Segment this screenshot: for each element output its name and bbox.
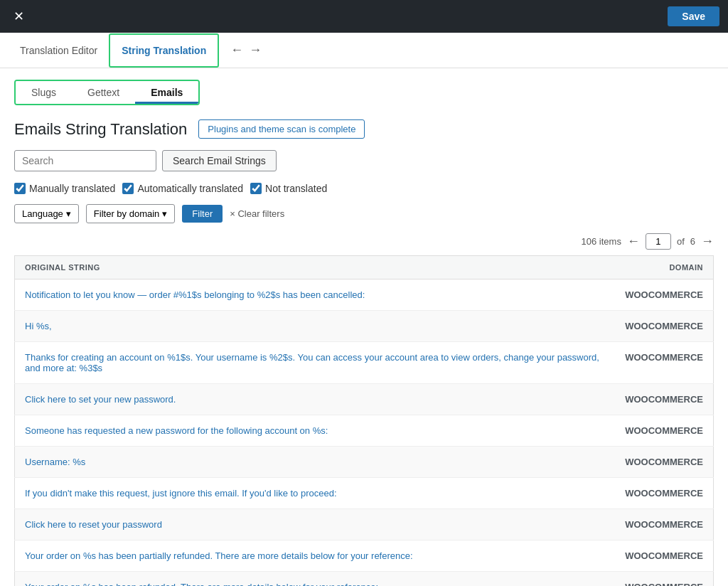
domain-cell: WOOCOMMERCE — [615, 447, 713, 478]
not-translated-label: Not translated — [265, 183, 327, 194]
language-dropdown-label: Language — [22, 208, 63, 219]
table-row[interactable]: If you didn't make this request, just ig… — [15, 478, 714, 509]
column-header-original-string: ORIGINAL STRING — [15, 256, 616, 279]
string-link[interactable]: Click here to reset your password — [25, 519, 162, 530]
total-items: 106 items — [582, 236, 621, 247]
chevron-down-icon-2: ▾ — [162, 208, 167, 219]
nav-item-translation-editor[interactable]: Translation Editor — [9, 35, 109, 66]
tab-gettext[interactable]: Gettext — [72, 81, 135, 104]
string-link[interactable]: Click here to set your new password. — [25, 394, 176, 405]
domain-cell: WOOCOMMERCE — [615, 342, 713, 384]
filter-row-dropdowns: Language ▾ Filter by domain ▾ Filter × C… — [14, 204, 714, 223]
table-row[interactable]: Click here to set your new password. WOO… — [15, 384, 714, 415]
column-header-domain: DOMAIN — [615, 256, 713, 279]
domain-dropdown-label: Filter by domain — [94, 208, 159, 219]
string-link[interactable]: Your order on %s has been partially refu… — [25, 550, 413, 561]
tab-emails[interactable]: Emails — [135, 81, 198, 104]
top-bar: ✕ Save — [0, 0, 728, 33]
nav-back-button[interactable]: ← — [230, 43, 243, 58]
chevron-down-icon: ▾ — [66, 208, 71, 219]
string-link[interactable]: Someone has requested a new password for… — [25, 425, 328, 436]
tab-slugs[interactable]: Slugs — [16, 81, 72, 104]
strings-table: ORIGINAL STRING DOMAIN Notification to l… — [14, 255, 714, 586]
table-header-row: ORIGINAL STRING DOMAIN — [15, 256, 714, 279]
tab-bar: Slugs Gettext Emails — [14, 80, 200, 105]
domain-cell: WOOCOMMERCE — [615, 415, 713, 447]
domain-dropdown[interactable]: Filter by domain ▾ — [86, 204, 175, 223]
close-button[interactable]: ✕ — [9, 6, 28, 26]
domain-cell: WOOCOMMERCE — [615, 572, 713, 587]
language-dropdown[interactable]: Language ▾ — [14, 204, 79, 223]
clear-filters-button[interactable]: × Clear filters — [230, 208, 284, 219]
save-button[interactable]: Save — [668, 6, 719, 26]
automatically-translated-label: Automatically translated — [137, 183, 243, 194]
total-pages: 6 — [690, 236, 695, 247]
manually-translated-label: Manually translated — [29, 183, 115, 194]
not-translated-checkbox-label[interactable]: Not translated — [250, 183, 327, 194]
automatically-translated-checkbox[interactable] — [122, 183, 134, 194]
manually-translated-checkbox[interactable] — [14, 183, 26, 194]
search-email-strings-button[interactable]: Search Email Strings — [162, 150, 277, 171]
not-translated-checkbox[interactable] — [250, 183, 262, 194]
table-row[interactable]: Someone has requested a new password for… — [15, 415, 714, 447]
domain-cell: WOOCOMMERCE — [615, 311, 713, 342]
page-number-input[interactable] — [646, 233, 671, 250]
string-link[interactable]: Your order on %s has been refunded. Ther… — [25, 582, 378, 586]
search-input[interactable] — [14, 150, 156, 171]
filter-row-checkboxes: Manually translated Automatically transl… — [14, 183, 714, 194]
domain-cell: WOOCOMMERCE — [615, 279, 713, 311]
domain-cell: WOOCOMMERCE — [615, 384, 713, 415]
scan-badge-button[interactable]: Plugins and theme scan is complete — [198, 119, 365, 139]
domain-cell: WOOCOMMERCE — [615, 540, 713, 572]
table-row[interactable]: Your order on %s has been refunded. Ther… — [15, 572, 714, 587]
pagination-next-button[interactable]: → — [701, 234, 714, 249]
table-row[interactable]: Hi %s, WOOCOMMERCE — [15, 311, 714, 342]
string-link[interactable]: Hi %s, — [25, 321, 52, 331]
nav-item-string-translation[interactable]: String Translation — [109, 33, 219, 68]
string-link[interactable]: Notification to let you know — order #%1… — [25, 289, 365, 300]
filter-button[interactable]: Filter — [182, 205, 223, 223]
automatically-translated-checkbox-label[interactable]: Automatically translated — [122, 183, 243, 194]
nav-bar: Translation Editor String Translation ← … — [0, 33, 728, 68]
nav-arrows: ← → — [230, 43, 262, 58]
manually-translated-checkbox-label[interactable]: Manually translated — [14, 183, 115, 194]
page-header: Emails String Translation Plugins and th… — [14, 119, 714, 139]
string-link[interactable]: If you didn't make this request, just ig… — [25, 488, 337, 499]
table-row[interactable]: Username: %s WOOCOMMERCE — [15, 447, 714, 478]
table-row[interactable]: Your order on %s has been partially refu… — [15, 540, 714, 572]
table-row[interactable]: Notification to let you know — order #%1… — [15, 279, 714, 311]
table-row[interactable]: Click here to reset your password WOOCOM… — [15, 509, 714, 540]
of-label: of — [677, 236, 685, 247]
search-row: Search Email Strings — [14, 150, 714, 171]
string-link[interactable]: Username: %s — [25, 457, 85, 467]
string-link[interactable]: Thanks for creating an account on %1$s. … — [25, 352, 599, 373]
domain-cell: WOOCOMMERCE — [615, 478, 713, 509]
nav-forward-button[interactable]: → — [249, 43, 262, 58]
pagination-prev-button[interactable]: ← — [627, 234, 640, 249]
domain-cell: WOOCOMMERCE — [615, 509, 713, 540]
page-title: Emails String Translation — [14, 120, 187, 139]
main-content: Slugs Gettext Emails Emails String Trans… — [0, 68, 728, 586]
content-area: Slugs Gettext Emails Emails String Trans… — [0, 68, 728, 586]
pagination-row: 106 items ← of 6 → — [14, 233, 714, 250]
table-row[interactable]: Thanks for creating an account on %1$s. … — [15, 342, 714, 384]
